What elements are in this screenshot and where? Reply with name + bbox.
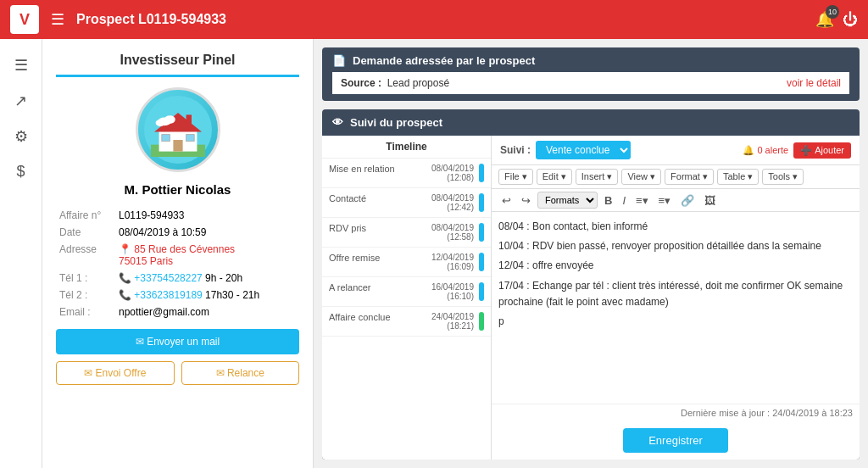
- left-panel: Investisseur Pinel: [42, 39, 314, 468]
- timeline-panel: Timeline Mise en relation 08/04/2019(12:…: [322, 136, 492, 460]
- relance-button[interactable]: ✉ Relance: [181, 361, 300, 385]
- save-button[interactable]: Enregistrer: [623, 428, 728, 453]
- menu-file[interactable]: File ▾: [498, 169, 533, 185]
- sidebar: ☰ ↗ ⚙ $: [0, 39, 42, 468]
- timeline-date: 24/04/2019(18:21): [431, 312, 474, 331]
- menu-tools[interactable]: Tools ▾: [762, 169, 804, 185]
- sidebar-icon-chart[interactable]: ↗: [14, 92, 27, 110]
- suivi-status-select[interactable]: Vente conclue En cours Perdu: [536, 141, 631, 159]
- table-row: Email : npottier@gmail.com: [56, 304, 299, 320]
- suivi-body: Timeline Mise en relation 08/04/2019(12:…: [322, 136, 860, 460]
- field-value: 📞 +33623819189 17h30 - 21h: [115, 287, 299, 304]
- table-row: Affaire n° L0119-594933: [56, 207, 299, 224]
- page-title: Prospect L0119-594933: [76, 12, 804, 27]
- content-cursor: p: [498, 314, 853, 330]
- timeline-bar: [479, 312, 484, 331]
- sidebar-icon-list[interactable]: ☰: [14, 56, 28, 75]
- demande-title: Demande adressée par le prospect: [353, 54, 535, 67]
- ajouter-button[interactable]: ➕ Ajouter: [793, 142, 851, 159]
- suivi-box: 👁 Suivi du prospect Timeline Mise en rel…: [322, 109, 860, 460]
- timeline-item: Affaire conclue 24/04/2019(18:21): [322, 307, 491, 337]
- svg-rect-6: [161, 135, 170, 142]
- editor-content[interactable]: 08/04 : Bon contact, bien informé 10/04 …: [492, 212, 860, 404]
- table-row: Tél 2 : 📞 +33623819189 17h30 - 21h: [56, 287, 299, 304]
- send-mail-button[interactable]: ✉ Envoyer un mail: [56, 329, 299, 354]
- timeline-item: Mise en relation 08/04/2019(12:08): [322, 159, 491, 188]
- navbar: V ☰ Prospect L0119-594933 🔔 10 ⏻: [0, 0, 868, 39]
- link-button[interactable]: 🔗: [677, 192, 698, 209]
- action-buttons-row: ✉ Envoi Offre ✉ Relance: [56, 361, 299, 385]
- menu-edit[interactable]: Edit ▾: [537, 169, 572, 185]
- field-label: Affaire n°: [56, 207, 115, 224]
- timeline-label: Affaire conclue: [329, 312, 426, 322]
- timeline-label: RDV pris: [329, 223, 426, 233]
- tel2[interactable]: 📞 +33623819189: [119, 289, 203, 301]
- field-value-email: npottier@gmail.com: [115, 304, 299, 320]
- suivi-title: Suivi du prospect: [350, 116, 442, 129]
- voir-detail-link[interactable]: voir le détail: [787, 77, 841, 89]
- enregistrer-row: Enregistrer: [492, 421, 860, 460]
- suivi-label: Suivi :: [500, 144, 531, 156]
- content-line-1: 08/04 : Bon contact, bien informé: [498, 219, 853, 235]
- formats-select[interactable]: Formats: [537, 192, 598, 209]
- demande-box: 📄 Demande adressée par le prospect Sourc…: [322, 47, 860, 101]
- svg-rect-5: [173, 140, 182, 152]
- timeline-item: RDV pris 08/04/2019(12:58): [322, 218, 491, 248]
- sidebar-icon-settings[interactable]: ⚙: [14, 127, 28, 146]
- field-value-address: 📍 85 Rue des Cévennes 75015 Paris: [115, 241, 299, 270]
- notification-count: 10: [826, 5, 839, 19]
- field-value: 08/04/2019 à 10:59: [115, 224, 299, 241]
- timeline-header: Timeline: [322, 136, 491, 159]
- ol-button[interactable]: ≡▾: [655, 192, 675, 209]
- person-name: M. Pottier Nicolas: [56, 182, 299, 197]
- notifications-bell[interactable]: 🔔 10: [815, 10, 834, 29]
- address-street: 📍 85 Rue des Cévennes: [119, 243, 235, 255]
- menu-table[interactable]: Table ▾: [717, 169, 759, 185]
- eye-icon: 👁: [332, 116, 343, 129]
- table-row: Date 08/04/2019 à 10:59: [56, 224, 299, 241]
- source-value: Lead proposé: [387, 77, 449, 89]
- tel1[interactable]: 📞 +33754528227: [119, 272, 203, 284]
- timeline-date: 08/04/2019(12:58): [431, 223, 474, 242]
- bold-button[interactable]: B: [601, 192, 615, 209]
- alerte-count: 0 alerte: [757, 145, 788, 155]
- ul-button[interactable]: ≡▾: [632, 192, 652, 209]
- italic-button[interactable]: I: [619, 192, 629, 209]
- timeline-item: Contacté 08/04/2019(12:42): [322, 188, 491, 218]
- sidebar-icon-dollar[interactable]: $: [16, 163, 25, 181]
- field-label: Tél 1 :: [56, 270, 115, 287]
- timeline-bar: [479, 164, 484, 182]
- field-label: Date: [56, 224, 115, 241]
- timeline-date: 08/04/2019(12:08): [431, 164, 474, 182]
- navbar-icons: 🔔 10 ⏻: [815, 10, 858, 29]
- content-line-3: 12/04 : offre envoyée: [498, 258, 853, 274]
- send-offer-button[interactable]: ✉ Envoi Offre: [56, 361, 175, 385]
- menu-format[interactable]: Format ▾: [665, 169, 714, 185]
- info-table: Affaire n° L0119-594933 Date 08/04/2019 …: [56, 207, 299, 320]
- alerte-button[interactable]: 🔔 0 alerte: [743, 145, 788, 156]
- field-label: Tél 2 :: [56, 287, 115, 304]
- suivi-header: 👁 Suivi du prospect: [322, 109, 860, 136]
- suivi-toolbar: Suivi : Vente conclue En cours Perdu 🔔 0…: [492, 136, 860, 165]
- power-icon[interactable]: ⏻: [843, 11, 858, 29]
- timeline-items: Mise en relation 08/04/2019(12:08) Conta…: [322, 159, 491, 460]
- content-line-4: 17/04 : Echange par tél : client très in…: [498, 278, 853, 310]
- redo-button[interactable]: ↪: [518, 192, 534, 209]
- svg-rect-4: [186, 114, 191, 125]
- main-layout: ☰ ↗ ⚙ $ Investisseur Pinel: [0, 39, 868, 468]
- menu-insert[interactable]: Insert ▾: [576, 169, 619, 185]
- timeline-bar: [479, 223, 484, 242]
- demande-body: Source : Lead proposé voir le détail: [332, 72, 849, 94]
- logo: V: [10, 5, 39, 34]
- document-icon: 📄: [332, 54, 346, 67]
- investor-title: Investisseur Pinel: [56, 53, 299, 77]
- field-label: Adresse: [56, 241, 115, 270]
- undo-button[interactable]: ↩: [498, 192, 515, 209]
- demande-header: 📄 Demande adressée par le prospect: [332, 54, 849, 67]
- svg-point-9: [164, 115, 175, 124]
- hamburger-menu[interactable]: ☰: [51, 10, 64, 29]
- timeline-label: Mise en relation: [329, 164, 426, 174]
- bell-icon: 🔔: [743, 145, 754, 156]
- image-button[interactable]: 🖼: [701, 192, 719, 209]
- menu-view[interactable]: View ▾: [621, 169, 661, 185]
